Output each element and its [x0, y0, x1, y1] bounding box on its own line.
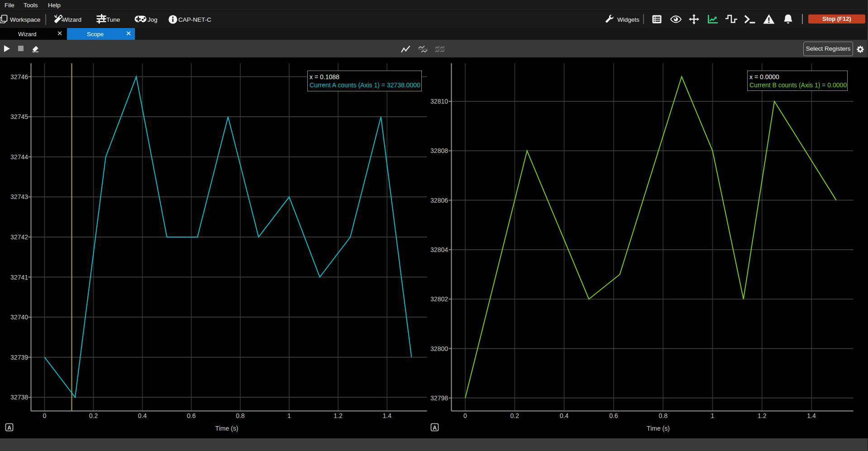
- svg-text:0.2: 0.2: [510, 412, 520, 419]
- svg-text:0: 0: [43, 412, 47, 419]
- svg-text:0.4: 0.4: [560, 412, 569, 419]
- svg-text:32808: 32808: [430, 147, 448, 154]
- svg-text:A: A: [7, 425, 11, 431]
- svg-text:0.8: 0.8: [236, 412, 245, 419]
- svg-text:32738: 32738: [10, 394, 28, 401]
- svg-text:0: 0: [463, 412, 467, 419]
- svg-text:32739: 32739: [10, 354, 28, 361]
- svg-text:Current B counts (Axis 1) = 0.: Current B counts (Axis 1) = 0.0000: [749, 81, 847, 89]
- svg-text:32806: 32806: [430, 197, 448, 204]
- svg-text:1: 1: [287, 412, 291, 419]
- svg-text:1.2: 1.2: [334, 412, 343, 419]
- svg-text:1.4: 1.4: [807, 412, 816, 419]
- svg-text:32746: 32746: [10, 73, 28, 81]
- svg-text:Current A counts (Axis 1) = 32: Current A counts (Axis 1) = 32738.0000: [310, 81, 420, 89]
- svg-text:1: 1: [711, 412, 715, 419]
- svg-text:0.8: 0.8: [658, 412, 668, 419]
- svg-text:1.2: 1.2: [758, 412, 767, 419]
- svg-text:32740: 32740: [10, 313, 28, 321]
- svg-text:32802: 32802: [430, 295, 448, 303]
- svg-text:x = 0.0000: x = 0.0000: [749, 73, 779, 81]
- svg-text:1.4: 1.4: [382, 412, 391, 419]
- svg-text:0.2: 0.2: [89, 412, 98, 419]
- svg-text:0.6: 0.6: [609, 412, 618, 419]
- svg-text:Time (s): Time (s): [215, 425, 238, 432]
- svg-text:32743: 32743: [10, 193, 28, 200]
- svg-text:32798: 32798: [430, 394, 448, 402]
- svg-text:32745: 32745: [10, 113, 28, 120]
- svg-text:Time (s): Time (s): [647, 425, 670, 432]
- svg-text:32810: 32810: [430, 98, 448, 105]
- svg-text:0.6: 0.6: [187, 412, 196, 419]
- svg-text:32804: 32804: [430, 246, 448, 253]
- svg-text:32742: 32742: [10, 233, 28, 241]
- svg-text:32741: 32741: [10, 274, 28, 281]
- svg-text:x = 0.1088: x = 0.1088: [310, 73, 339, 81]
- svg-text:32744: 32744: [10, 153, 28, 161]
- svg-text:A: A: [433, 425, 437, 431]
- svg-text:32800: 32800: [430, 345, 448, 352]
- svg-text:0.4: 0.4: [138, 412, 147, 419]
